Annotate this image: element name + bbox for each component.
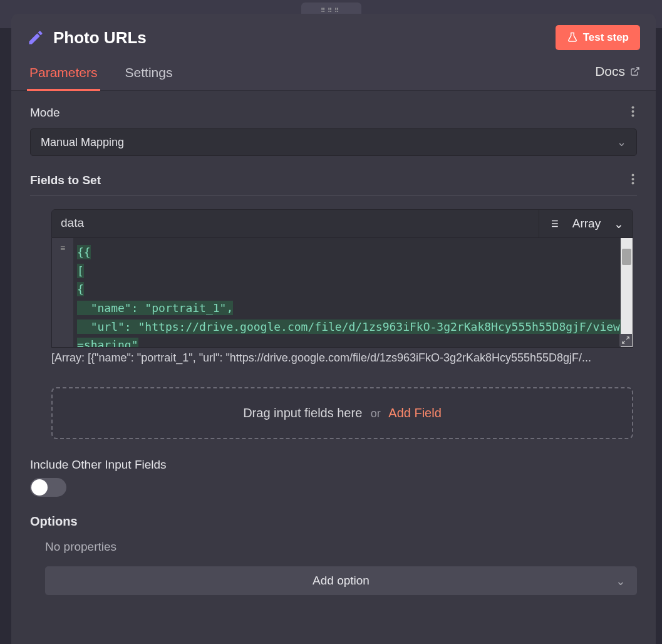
- include-other-label: Include Other Input Fields: [30, 458, 637, 472]
- dots-vertical-icon: [631, 106, 634, 117]
- expand-editor-button[interactable]: [619, 334, 632, 346]
- add-field-link[interactable]: Add Field: [388, 406, 442, 420]
- editor-scrollbar[interactable]: [621, 238, 633, 347]
- test-step-button[interactable]: Test step: [556, 25, 640, 50]
- step-config-panel: Photo URLs Test step Parameters Settings…: [11, 14, 656, 644]
- svg-point-0: [632, 106, 634, 109]
- list-icon: [548, 218, 559, 229]
- flask-icon: [567, 32, 578, 43]
- svg-point-5: [632, 182, 634, 185]
- field-drag-handle[interactable]: ≡: [52, 238, 73, 347]
- dots-vertical-icon: [631, 174, 634, 185]
- fields-menu-button[interactable]: [629, 171, 637, 190]
- options-label: Options: [30, 514, 637, 529]
- include-other-toggle[interactable]: [30, 478, 66, 497]
- external-link-icon: [630, 66, 640, 76]
- field-value-editor[interactable]: {{ [ { "name": "portrait_1", "url": "htt…: [73, 238, 621, 347]
- docs-link[interactable]: Docs: [595, 64, 640, 86]
- no-properties-text: No properties: [45, 540, 637, 554]
- mode-label: Mode: [30, 106, 60, 120]
- svg-point-3: [632, 174, 634, 177]
- edit-icon: [27, 29, 44, 46]
- dropzone-or: or: [371, 407, 381, 420]
- expand-icon: [621, 336, 630, 345]
- dropzone-text: Drag input fields here: [243, 406, 362, 420]
- tab-settings[interactable]: Settings: [123, 60, 175, 90]
- svg-point-1: [632, 110, 634, 113]
- add-field-dropzone[interactable]: Drag input fields here or Add Field: [51, 387, 633, 439]
- grip-icon: ≡: [60, 243, 65, 347]
- mode-select[interactable]: Manual Mapping ⌄: [30, 128, 637, 156]
- tab-parameters[interactable]: Parameters: [27, 60, 100, 91]
- svg-point-4: [632, 178, 634, 180]
- field-name-input[interactable]: data: [52, 210, 539, 237]
- chevron-down-icon: ⌄: [616, 574, 626, 588]
- field-value-summary: [Array: [{"name": "portrait_1", "url": "…: [51, 351, 633, 365]
- add-option-select[interactable]: Add option ⌄: [45, 566, 637, 595]
- field-type-select[interactable]: Array ⌄: [539, 210, 633, 237]
- panel-title: Photo URLs: [53, 28, 147, 48]
- mode-menu-button[interactable]: [629, 103, 637, 122]
- chevron-down-icon: ⌄: [614, 217, 624, 231]
- svg-point-2: [632, 115, 634, 117]
- chevron-down-icon: ⌄: [617, 135, 626, 149]
- fields-to-set-label: Fields to Set: [30, 174, 101, 187]
